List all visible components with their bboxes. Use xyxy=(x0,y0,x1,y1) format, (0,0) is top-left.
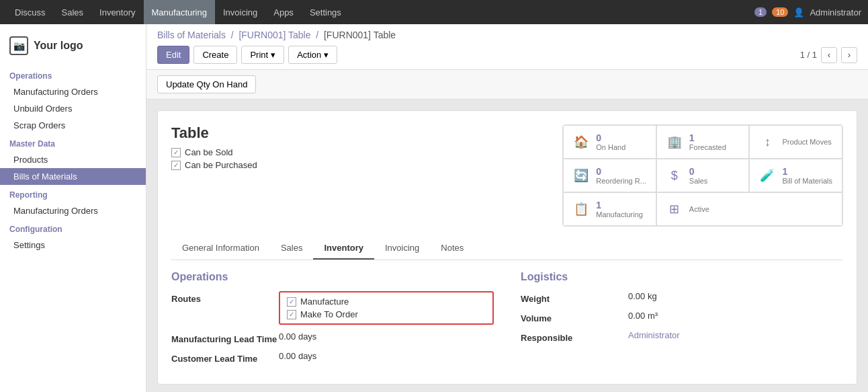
inventory-tab-content: Operations Routes ✓ Manufacture xyxy=(171,271,843,370)
update-qty-button[interactable]: Update Qty On Hand xyxy=(157,75,256,93)
stat-product-moves-info: Product Moves xyxy=(782,138,831,146)
sidebar-item-manufacturing-orders[interactable]: Manufacturing Orders xyxy=(0,83,146,100)
stat-on-hand[interactable]: 🏠 0 On Hand xyxy=(563,125,656,159)
on-hand-number: 0 xyxy=(596,132,625,143)
action-button[interactable]: Action ▾ xyxy=(288,46,337,64)
make-to-order-checkbox[interactable]: ✓ xyxy=(287,310,296,319)
pagination-next[interactable]: › xyxy=(841,47,857,63)
stat-manufacturing[interactable]: 📋 1 Manufacturing xyxy=(563,192,656,226)
update-qty-row: Update Qty On Hand xyxy=(146,70,868,100)
main-layout: 📷 Your logo Operations Manufacturing Ord… xyxy=(0,24,868,392)
nav-sales[interactable]: Sales xyxy=(54,0,92,24)
responsible-field: Responsible Administrator xyxy=(521,330,843,343)
can-be-sold-check[interactable]: ✓ Can be Sold xyxy=(171,147,549,157)
customer-lead-time-label: Customer Lead Time xyxy=(171,351,279,364)
bom-number: 1 xyxy=(782,166,832,177)
volume-field: Volume 0.00 m³ xyxy=(521,311,843,323)
nav-discuss[interactable]: Discuss xyxy=(7,0,54,24)
action-chevron-icon: ▾ xyxy=(324,50,329,60)
tab-general-information[interactable]: General Information xyxy=(171,237,270,260)
logo[interactable]: 📷 Your logo xyxy=(0,30,146,66)
top-navigation: Discuss Sales Inventory Manufacturing In… xyxy=(0,0,868,24)
forecasted-icon: 🏢 xyxy=(666,134,683,149)
sales-icon: $ xyxy=(666,169,683,183)
stat-forecasted[interactable]: 🏢 1 Forecasted xyxy=(656,125,750,159)
routes-value: ✓ Manufacture ✓ Make To Order xyxy=(279,291,494,325)
can-be-purchased-checkbox[interactable]: ✓ xyxy=(171,161,181,170)
tabs: General Information Sales Inventory Invo… xyxy=(171,237,843,260)
product-moves-label: Product Moves xyxy=(782,138,831,146)
tab-notes[interactable]: Notes xyxy=(430,237,474,260)
sidebar-item-settings[interactable]: Settings xyxy=(0,237,146,253)
pagination-prev[interactable]: ‹ xyxy=(821,47,837,63)
sidebar-item-products[interactable]: Products xyxy=(0,151,146,168)
weight-value: 0.00 kg xyxy=(628,291,843,301)
tab-inventory[interactable]: Inventory xyxy=(313,237,374,260)
section-operations: Operations xyxy=(0,66,146,83)
routes-box: ✓ Manufacture ✓ Make To Order xyxy=(279,291,494,325)
sidebar-item-bom[interactable]: Bills of Materials xyxy=(0,168,146,185)
nav-settings[interactable]: Settings xyxy=(302,0,349,24)
forecasted-label: Forecasted xyxy=(689,143,726,151)
user-avatar[interactable]: 👤 xyxy=(793,7,804,17)
product-title-area: Table ✓ Can be Sold ✓ Can be Purchased xyxy=(171,124,549,170)
can-be-sold-checkbox[interactable]: ✓ xyxy=(171,148,181,157)
top-nav-right: 1 10 👤 Administrator xyxy=(754,7,861,17)
can-be-purchased-check[interactable]: ✓ Can be Purchased xyxy=(171,160,549,170)
create-button[interactable]: Create xyxy=(193,46,237,64)
main-content: Bills of Materials / [FURN001] Table / [… xyxy=(146,24,868,392)
make-to-order-route-check[interactable]: ✓ Make To Order xyxy=(287,309,486,319)
tab-sales[interactable]: Sales xyxy=(270,237,314,260)
weight-field: Weight 0.00 kg xyxy=(521,291,843,304)
sidebar: 📷 Your logo Operations Manufacturing Ord… xyxy=(0,24,146,392)
print-label: Print xyxy=(250,50,268,60)
print-button[interactable]: Print ▾ xyxy=(241,46,284,64)
can-be-purchased-label: Can be Purchased xyxy=(185,160,257,170)
messages-badge[interactable]: 10 xyxy=(772,7,788,17)
edit-button[interactable]: Edit xyxy=(157,46,189,64)
toolbar-buttons: Edit Create Print ▾ Action ▾ 1 / 1 ‹ › xyxy=(157,46,857,64)
responsible-value[interactable]: Administrator xyxy=(628,330,843,340)
volume-value: 0.00 m³ xyxy=(628,311,843,321)
bom-label: Bill of Materials xyxy=(782,177,832,185)
logo-text: Your logo xyxy=(34,40,83,52)
stat-product-moves[interactable]: ↕ Product Moves xyxy=(749,125,842,159)
stat-sales[interactable]: $ 0 Sales xyxy=(656,159,750,192)
weight-label: Weight xyxy=(521,291,628,304)
manufacture-route-check[interactable]: ✓ Manufacture xyxy=(287,297,486,307)
volume-label: Volume xyxy=(521,311,628,323)
nav-invoicing[interactable]: Invoicing xyxy=(215,0,265,24)
section-configuration: Configuration xyxy=(0,219,146,237)
make-to-order-label: Make To Order xyxy=(300,309,358,319)
stats-grid: 🏠 0 On Hand 🏢 1 Forecasted xyxy=(562,124,843,227)
operations-section-title: Operations xyxy=(171,271,494,283)
nav-manufacturing[interactable]: Manufacturing xyxy=(144,0,215,24)
stat-manufacturing-info: 1 Manufacturing xyxy=(596,200,643,219)
mfg-lead-time-field: Manufacturing Lead Time 0.00 days xyxy=(171,331,494,344)
sidebar-item-scrap-orders[interactable]: Scrap Orders xyxy=(0,117,146,134)
stat-on-hand-info: 0 On Hand xyxy=(596,132,625,151)
stat-bom[interactable]: 🧪 1 Bill of Materials xyxy=(749,159,842,192)
sidebar-item-reporting-mfg-orders[interactable]: Manufacturing Orders xyxy=(0,202,146,219)
routes-field: Routes ✓ Manufacture ✓ Make To xyxy=(171,291,494,325)
mfg-lead-time-value: 0.00 days xyxy=(279,331,494,342)
reordering-label: Reordering R... xyxy=(596,177,646,185)
product-title: Table xyxy=(171,124,549,142)
sidebar-item-unbuild-orders[interactable]: Unbuild Orders xyxy=(0,100,146,117)
sales-number: 0 xyxy=(689,166,708,177)
customer-lead-time-field: Customer Lead Time 0.00 days xyxy=(171,351,494,364)
breadcrumb-bom[interactable]: Bills of Materials xyxy=(157,30,226,40)
active-label: Active xyxy=(689,205,709,213)
tab-invoicing[interactable]: Invoicing xyxy=(374,237,430,260)
pagination-text: 1 / 1 xyxy=(800,50,817,60)
breadcrumb-product-1[interactable]: [FURN001] Table xyxy=(238,30,310,40)
stat-reordering[interactable]: 🔄 0 Reordering R... xyxy=(563,159,656,192)
manufacture-checkbox[interactable]: ✓ xyxy=(287,297,296,307)
nav-apps[interactable]: Apps xyxy=(265,0,302,24)
stat-active[interactable]: ⊞ Active xyxy=(656,192,842,226)
manufacturing-icon: 📋 xyxy=(573,202,589,217)
nav-inventory[interactable]: Inventory xyxy=(91,0,143,24)
discuss-badge[interactable]: 1 xyxy=(754,7,767,17)
sales-label: Sales xyxy=(689,177,708,185)
product-card: Table ✓ Can be Sold ✓ Can be Purchased xyxy=(157,110,857,385)
